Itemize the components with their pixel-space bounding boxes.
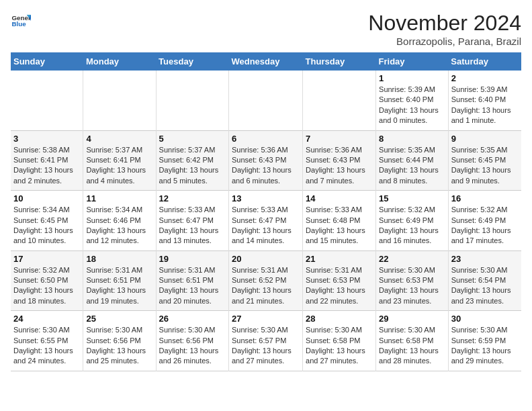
header-monday: Monday [83,52,156,71]
day-info: Sunrise: 5:32 AM Sunset: 6:50 PM Dayligh… [13,265,80,307]
logo: General Blue [11,11,31,31]
day-cell: 5Sunrise: 5:37 AM Sunset: 6:42 PM Daylig… [156,130,228,191]
day-cell: 10Sunrise: 5:34 AM Sunset: 6:45 PM Dayli… [11,191,83,251]
day-number: 21 [306,254,373,264]
day-info: Sunrise: 5:31 AM Sunset: 6:51 PM Dayligh… [86,265,152,307]
day-number: 28 [306,314,373,324]
day-number: 3 [13,134,80,144]
day-number: 13 [232,193,300,203]
day-number: 23 [451,254,519,264]
month-title: November 2024 [368,11,521,36]
day-cell: 17Sunrise: 5:32 AM Sunset: 6:50 PM Dayli… [11,250,83,311]
day-number: 9 [451,134,519,144]
day-number: 1 [379,73,445,83]
day-number: 20 [232,254,300,264]
day-info: Sunrise: 5:34 AM Sunset: 6:45 PM Dayligh… [13,205,80,246]
day-info: Sunrise: 5:31 AM Sunset: 6:51 PM Dayligh… [159,265,226,307]
day-info: Sunrise: 5:31 AM Sunset: 6:53 PM Dayligh… [306,265,373,307]
svg-text:Blue: Blue [12,20,27,28]
day-info: Sunrise: 5:30 AM Sunset: 6:56 PM Dayligh… [86,325,152,367]
day-cell: 16Sunrise: 5:32 AM Sunset: 6:49 PM Dayli… [448,191,521,251]
day-info: Sunrise: 5:36 AM Sunset: 6:43 PM Dayligh… [232,145,300,187]
day-info: Sunrise: 5:30 AM Sunset: 6:56 PM Dayligh… [159,325,226,367]
day-info: Sunrise: 5:35 AM Sunset: 6:44 PM Dayligh… [379,145,445,187]
logo-icon: General Blue [11,11,31,31]
day-cell: 30Sunrise: 5:30 AM Sunset: 6:59 PM Dayli… [448,311,521,371]
day-cell: 28Sunrise: 5:30 AM Sunset: 6:58 PM Dayli… [303,311,376,371]
day-number: 25 [86,314,152,324]
day-number: 30 [451,314,519,324]
day-info: Sunrise: 5:30 AM Sunset: 6:53 PM Dayligh… [379,265,445,307]
header-wednesday: Wednesday [228,52,302,71]
day-info: Sunrise: 5:32 AM Sunset: 6:49 PM Dayligh… [379,205,445,246]
day-cell [83,71,156,130]
header-row: SundayMondayTuesdayWednesdayThursdayFrid… [11,52,521,71]
page-header: General Blue November 2024 Borrazopolis,… [11,11,521,47]
day-info: Sunrise: 5:32 AM Sunset: 6:49 PM Dayligh… [451,205,519,246]
day-cell: 22Sunrise: 5:30 AM Sunset: 6:53 PM Dayli… [376,250,449,311]
week-row-2: 10Sunrise: 5:34 AM Sunset: 6:45 PM Dayli… [11,191,521,251]
location: Borrazopolis, Parana, Brazil [368,36,521,47]
day-number: 16 [451,193,519,203]
day-number: 6 [232,134,300,144]
week-row-0: 1Sunrise: 5:39 AM Sunset: 6:40 PM Daylig… [11,71,521,130]
day-number: 22 [379,254,445,264]
calendar-body: 1Sunrise: 5:39 AM Sunset: 6:40 PM Daylig… [11,71,521,371]
day-number: 10 [13,193,80,203]
day-info: Sunrise: 5:30 AM Sunset: 6:55 PM Dayligh… [13,325,80,367]
day-info: Sunrise: 5:31 AM Sunset: 6:52 PM Dayligh… [232,265,300,307]
day-cell: 15Sunrise: 5:32 AM Sunset: 6:49 PM Dayli… [376,191,449,251]
day-info: Sunrise: 5:39 AM Sunset: 6:40 PM Dayligh… [451,85,519,126]
day-number: 29 [379,314,445,324]
day-cell: 2Sunrise: 5:39 AM Sunset: 6:40 PM Daylig… [448,71,521,130]
day-info: Sunrise: 5:37 AM Sunset: 6:42 PM Dayligh… [159,145,226,187]
day-cell: 7Sunrise: 5:36 AM Sunset: 6:43 PM Daylig… [303,130,376,191]
header-sunday: Sunday [11,52,83,71]
day-cell: 18Sunrise: 5:31 AM Sunset: 6:51 PM Dayli… [83,250,156,311]
day-info: Sunrise: 5:30 AM Sunset: 6:57 PM Dayligh… [232,325,300,367]
day-info: Sunrise: 5:38 AM Sunset: 6:41 PM Dayligh… [13,145,80,187]
day-info: Sunrise: 5:30 AM Sunset: 6:58 PM Dayligh… [379,325,445,367]
day-number: 4 [86,134,152,144]
header-tuesday: Tuesday [156,52,228,71]
day-cell: 20Sunrise: 5:31 AM Sunset: 6:52 PM Dayli… [228,250,302,311]
day-cell: 14Sunrise: 5:33 AM Sunset: 6:48 PM Dayli… [303,191,376,251]
day-number: 17 [13,254,80,264]
day-number: 2 [451,73,519,83]
day-cell: 26Sunrise: 5:30 AM Sunset: 6:56 PM Dayli… [156,311,228,371]
day-info: Sunrise: 5:30 AM Sunset: 6:58 PM Dayligh… [306,325,373,367]
calendar-header: SundayMondayTuesdayWednesdayThursdayFrid… [11,52,521,71]
day-info: Sunrise: 5:30 AM Sunset: 6:54 PM Dayligh… [451,265,519,307]
day-number: 18 [86,254,152,264]
week-row-4: 24Sunrise: 5:30 AM Sunset: 6:55 PM Dayli… [11,311,521,371]
day-number: 11 [86,193,152,203]
week-row-3: 17Sunrise: 5:32 AM Sunset: 6:50 PM Dayli… [11,250,521,311]
day-cell: 13Sunrise: 5:33 AM Sunset: 6:47 PM Dayli… [228,191,302,251]
day-info: Sunrise: 5:36 AM Sunset: 6:43 PM Dayligh… [306,145,373,187]
day-cell [303,71,376,130]
day-number: 19 [159,254,226,264]
day-cell: 25Sunrise: 5:30 AM Sunset: 6:56 PM Dayli… [83,311,156,371]
day-cell: 21Sunrise: 5:31 AM Sunset: 6:53 PM Dayli… [303,250,376,311]
day-number: 7 [306,134,373,144]
day-info: Sunrise: 5:39 AM Sunset: 6:40 PM Dayligh… [379,85,445,126]
day-number: 12 [159,193,226,203]
day-cell [156,71,228,130]
day-cell: 4Sunrise: 5:37 AM Sunset: 6:41 PM Daylig… [83,130,156,191]
day-info: Sunrise: 5:37 AM Sunset: 6:41 PM Dayligh… [86,145,152,187]
day-cell: 3Sunrise: 5:38 AM Sunset: 6:41 PM Daylig… [11,130,83,191]
header-saturday: Saturday [448,52,521,71]
day-cell: 9Sunrise: 5:35 AM Sunset: 6:45 PM Daylig… [448,130,521,191]
title-block: November 2024 Borrazopolis, Parana, Braz… [368,11,521,47]
day-cell: 27Sunrise: 5:30 AM Sunset: 6:57 PM Dayli… [228,311,302,371]
day-info: Sunrise: 5:33 AM Sunset: 6:47 PM Dayligh… [232,205,300,246]
day-number: 26 [159,314,226,324]
day-cell: 1Sunrise: 5:39 AM Sunset: 6:40 PM Daylig… [376,71,449,130]
day-info: Sunrise: 5:30 AM Sunset: 6:59 PM Dayligh… [451,325,519,367]
week-row-1: 3Sunrise: 5:38 AM Sunset: 6:41 PM Daylig… [11,130,521,191]
calendar-table: SundayMondayTuesdayWednesdayThursdayFrid… [11,52,521,371]
day-cell: 23Sunrise: 5:30 AM Sunset: 6:54 PM Dayli… [448,250,521,311]
day-info: Sunrise: 5:33 AM Sunset: 6:48 PM Dayligh… [306,205,373,246]
day-number: 8 [379,134,445,144]
day-number: 14 [306,193,373,203]
